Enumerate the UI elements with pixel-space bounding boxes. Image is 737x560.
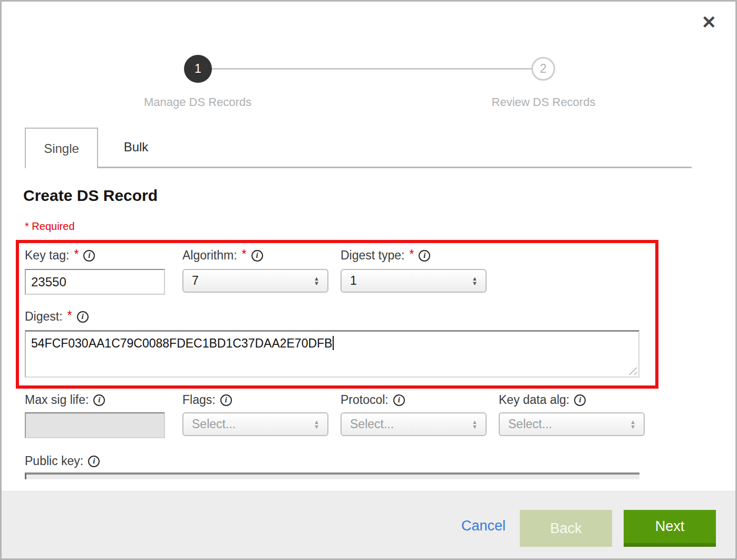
create-ds-record-dialog: ✕ 1 2 Manage DS Records Review DS Record… [0,0,737,560]
close-icon: ✕ [702,12,717,32]
select-arrows-icon: ▲▼ [472,420,478,429]
info-icon[interactable]: i [574,394,586,406]
required-asterisk: * [409,247,414,262]
key-tag-label: Key tag: * i [25,248,95,263]
algorithm-select[interactable]: 7 ▲▼ [182,269,328,293]
required-asterisk: * [67,308,72,323]
page-title: Create DS Record [23,187,158,205]
digest-type-select-value: 1 [350,274,357,288]
info-icon[interactable]: i [83,250,95,262]
digest-value: 54FCF030AA1C79C0088FDEC1BD1C37DAA2E70DFB [31,336,332,350]
close-button[interactable]: ✕ [702,13,717,31]
protocol-label: Protocol: i [341,393,405,407]
info-icon[interactable]: i [220,394,232,406]
select-arrows-icon: ▲▼ [314,276,319,286]
algorithm-label: Algorithm: * i [182,248,263,263]
key-data-alg-select[interactable]: Select... ▲▼ [499,412,645,436]
digest-type-select[interactable]: 1 ▲▼ [341,269,487,293]
public-key-label: Public key: i [25,454,100,468]
info-icon[interactable]: i [88,456,100,467]
max-sig-life-input[interactable] [25,412,165,438]
info-icon[interactable]: i [251,250,263,262]
key-tag-input[interactable] [25,269,165,295]
text-cursor [333,336,334,350]
select-arrows-icon: ▲▼ [630,420,636,429]
info-icon[interactable]: i [393,394,405,406]
digest-label: Digest: * i [25,310,89,324]
required-note: * Required [25,220,75,233]
max-sig-life-label: Max sig life: i [25,393,105,407]
public-key-textarea[interactable] [25,472,639,479]
select-arrows-icon: ▲▼ [472,276,478,286]
step-1-label: Manage DS Records [119,95,277,109]
dialog-footer: Cancel Back Next [2,491,735,558]
protocol-select[interactable]: Select... ▲▼ [341,412,487,436]
flags-select[interactable]: Select... ▲▼ [182,412,328,436]
stepper-connector-line [198,68,544,70]
digest-textarea[interactable]: 54FCF030AA1C79C0088FDEC1BD1C37DAA2E70DFB [25,330,639,378]
digest-type-label: Digest type: * i [341,248,430,263]
back-button[interactable]: Back [520,510,612,547]
resize-handle-icon[interactable] [628,366,637,375]
tab-bulk[interactable]: Bulk [106,128,166,167]
step-1-indicator: 1 [184,55,212,83]
cancel-button[interactable]: Cancel [461,518,506,534]
flags-label: Flags: i [182,393,232,407]
select-arrows-icon: ▲▼ [314,420,319,429]
step-2-label: Review DS Records [464,95,623,109]
required-asterisk: * [74,247,79,262]
required-asterisk: * [242,247,247,262]
key-data-alg-label: Key data alg: i [499,393,586,407]
info-icon[interactable]: i [93,394,105,406]
tab-single[interactable]: Single [25,128,98,168]
flags-select-value: Select... [192,417,236,431]
key-data-alg-select-value: Select... [508,417,552,431]
protocol-select-value: Select... [350,417,394,431]
tab-bar-divider [25,167,692,168]
next-button[interactable]: Next [624,510,716,547]
algorithm-select-value: 7 [192,274,199,288]
info-icon[interactable]: i [77,311,89,323]
info-icon[interactable]: i [419,250,430,262]
step-2-indicator: 2 [531,57,555,81]
